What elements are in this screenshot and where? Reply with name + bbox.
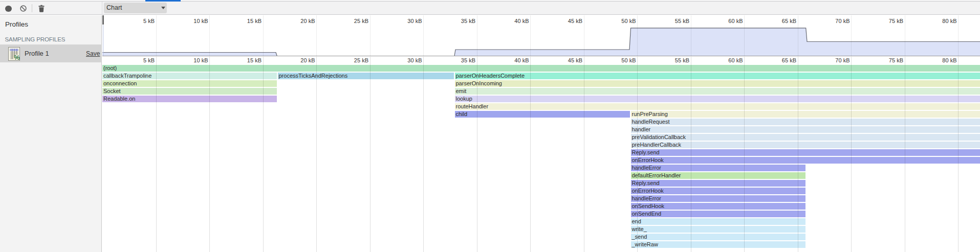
svg-text:%: % <box>14 54 20 61</box>
